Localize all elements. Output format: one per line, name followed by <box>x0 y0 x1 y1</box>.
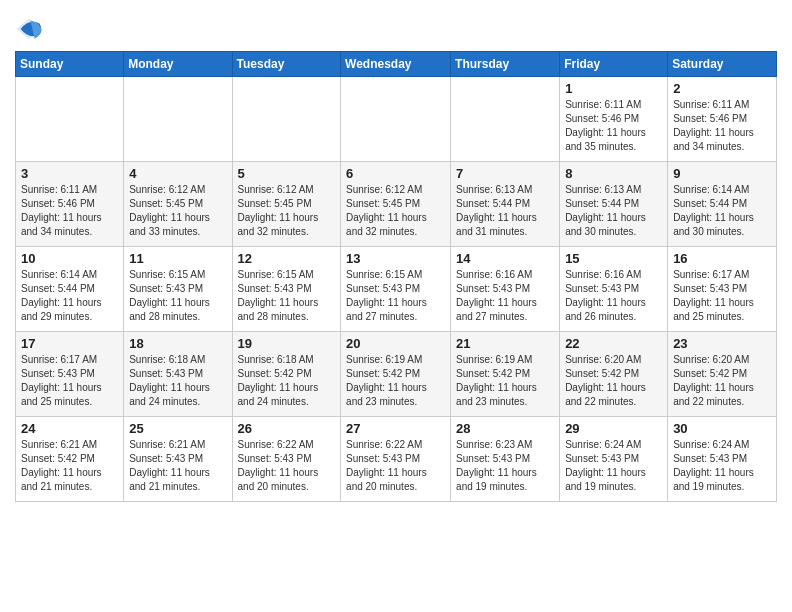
day-number: 23 <box>673 336 771 351</box>
calendar-cell: 13Sunrise: 6:15 AMSunset: 5:43 PMDayligh… <box>341 247 451 332</box>
day-info: Sunrise: 6:16 AMSunset: 5:43 PMDaylight:… <box>456 268 554 324</box>
day-number: 15 <box>565 251 662 266</box>
calendar-cell: 27Sunrise: 6:22 AMSunset: 5:43 PMDayligh… <box>341 417 451 502</box>
calendar-cell <box>16 77 124 162</box>
day-number: 5 <box>238 166 336 181</box>
calendar-cell: 10Sunrise: 6:14 AMSunset: 5:44 PMDayligh… <box>16 247 124 332</box>
day-info: Sunrise: 6:24 AMSunset: 5:43 PMDaylight:… <box>673 438 771 494</box>
calendar-week-row: 3Sunrise: 6:11 AMSunset: 5:46 PMDaylight… <box>16 162 777 247</box>
day-number: 25 <box>129 421 226 436</box>
day-info: Sunrise: 6:15 AMSunset: 5:43 PMDaylight:… <box>238 268 336 324</box>
day-of-week-header: Tuesday <box>232 52 341 77</box>
logo <box>15 15 47 43</box>
calendar-cell: 19Sunrise: 6:18 AMSunset: 5:42 PMDayligh… <box>232 332 341 417</box>
calendar-cell: 14Sunrise: 6:16 AMSunset: 5:43 PMDayligh… <box>451 247 560 332</box>
calendar-cell: 20Sunrise: 6:19 AMSunset: 5:42 PMDayligh… <box>341 332 451 417</box>
day-number: 26 <box>238 421 336 436</box>
calendar-cell: 5Sunrise: 6:12 AMSunset: 5:45 PMDaylight… <box>232 162 341 247</box>
calendar-cell: 18Sunrise: 6:18 AMSunset: 5:43 PMDayligh… <box>124 332 232 417</box>
calendar-cell: 4Sunrise: 6:12 AMSunset: 5:45 PMDaylight… <box>124 162 232 247</box>
day-of-week-header: Wednesday <box>341 52 451 77</box>
day-info: Sunrise: 6:18 AMSunset: 5:42 PMDaylight:… <box>238 353 336 409</box>
calendar-cell: 2Sunrise: 6:11 AMSunset: 5:46 PMDaylight… <box>668 77 777 162</box>
day-info: Sunrise: 6:20 AMSunset: 5:42 PMDaylight:… <box>565 353 662 409</box>
day-info: Sunrise: 6:22 AMSunset: 5:43 PMDaylight:… <box>238 438 336 494</box>
day-info: Sunrise: 6:20 AMSunset: 5:42 PMDaylight:… <box>673 353 771 409</box>
day-number: 27 <box>346 421 445 436</box>
day-info: Sunrise: 6:13 AMSunset: 5:44 PMDaylight:… <box>565 183 662 239</box>
day-info: Sunrise: 6:17 AMSunset: 5:43 PMDaylight:… <box>673 268 771 324</box>
day-info: Sunrise: 6:24 AMSunset: 5:43 PMDaylight:… <box>565 438 662 494</box>
day-number: 29 <box>565 421 662 436</box>
calendar-cell: 21Sunrise: 6:19 AMSunset: 5:42 PMDayligh… <box>451 332 560 417</box>
header-row: SundayMondayTuesdayWednesdayThursdayFrid… <box>16 52 777 77</box>
day-number: 14 <box>456 251 554 266</box>
day-of-week-header: Friday <box>560 52 668 77</box>
day-of-week-header: Sunday <box>16 52 124 77</box>
calendar-table: SundayMondayTuesdayWednesdayThursdayFrid… <box>15 51 777 502</box>
day-info: Sunrise: 6:14 AMSunset: 5:44 PMDaylight:… <box>673 183 771 239</box>
calendar-cell: 24Sunrise: 6:21 AMSunset: 5:42 PMDayligh… <box>16 417 124 502</box>
calendar-week-row: 24Sunrise: 6:21 AMSunset: 5:42 PMDayligh… <box>16 417 777 502</box>
day-info: Sunrise: 6:21 AMSunset: 5:43 PMDaylight:… <box>129 438 226 494</box>
day-number: 3 <box>21 166 118 181</box>
calendar-cell <box>341 77 451 162</box>
calendar-cell <box>232 77 341 162</box>
calendar-cell: 8Sunrise: 6:13 AMSunset: 5:44 PMDaylight… <box>560 162 668 247</box>
calendar-cell <box>124 77 232 162</box>
day-info: Sunrise: 6:17 AMSunset: 5:43 PMDaylight:… <box>21 353 118 409</box>
calendar-cell: 30Sunrise: 6:24 AMSunset: 5:43 PMDayligh… <box>668 417 777 502</box>
calendar-cell: 23Sunrise: 6:20 AMSunset: 5:42 PMDayligh… <box>668 332 777 417</box>
calendar-week-row: 1Sunrise: 6:11 AMSunset: 5:46 PMDaylight… <box>16 77 777 162</box>
day-info: Sunrise: 6:16 AMSunset: 5:43 PMDaylight:… <box>565 268 662 324</box>
day-number: 17 <box>21 336 118 351</box>
day-info: Sunrise: 6:19 AMSunset: 5:42 PMDaylight:… <box>346 353 445 409</box>
day-info: Sunrise: 6:14 AMSunset: 5:44 PMDaylight:… <box>21 268 118 324</box>
day-info: Sunrise: 6:13 AMSunset: 5:44 PMDaylight:… <box>456 183 554 239</box>
calendar-cell: 9Sunrise: 6:14 AMSunset: 5:44 PMDaylight… <box>668 162 777 247</box>
day-number: 21 <box>456 336 554 351</box>
day-info: Sunrise: 6:15 AMSunset: 5:43 PMDaylight:… <box>129 268 226 324</box>
calendar-week-row: 17Sunrise: 6:17 AMSunset: 5:43 PMDayligh… <box>16 332 777 417</box>
calendar-cell: 16Sunrise: 6:17 AMSunset: 5:43 PMDayligh… <box>668 247 777 332</box>
calendar-cell: 29Sunrise: 6:24 AMSunset: 5:43 PMDayligh… <box>560 417 668 502</box>
calendar-cell: 15Sunrise: 6:16 AMSunset: 5:43 PMDayligh… <box>560 247 668 332</box>
calendar-cell: 1Sunrise: 6:11 AMSunset: 5:46 PMDaylight… <box>560 77 668 162</box>
calendar-cell: 22Sunrise: 6:20 AMSunset: 5:42 PMDayligh… <box>560 332 668 417</box>
day-number: 30 <box>673 421 771 436</box>
day-number: 11 <box>129 251 226 266</box>
calendar-body: 1Sunrise: 6:11 AMSunset: 5:46 PMDaylight… <box>16 77 777 502</box>
day-number: 16 <box>673 251 771 266</box>
day-info: Sunrise: 6:23 AMSunset: 5:43 PMDaylight:… <box>456 438 554 494</box>
day-info: Sunrise: 6:11 AMSunset: 5:46 PMDaylight:… <box>21 183 118 239</box>
day-of-week-header: Saturday <box>668 52 777 77</box>
page-container: SundayMondayTuesdayWednesdayThursdayFrid… <box>0 0 792 512</box>
calendar-cell: 17Sunrise: 6:17 AMSunset: 5:43 PMDayligh… <box>16 332 124 417</box>
day-number: 12 <box>238 251 336 266</box>
day-info: Sunrise: 6:12 AMSunset: 5:45 PMDaylight:… <box>129 183 226 239</box>
day-info: Sunrise: 6:18 AMSunset: 5:43 PMDaylight:… <box>129 353 226 409</box>
day-of-week-header: Monday <box>124 52 232 77</box>
day-number: 28 <box>456 421 554 436</box>
header <box>15 10 777 43</box>
day-number: 2 <box>673 81 771 96</box>
day-info: Sunrise: 6:12 AMSunset: 5:45 PMDaylight:… <box>238 183 336 239</box>
day-number: 6 <box>346 166 445 181</box>
calendar-cell: 25Sunrise: 6:21 AMSunset: 5:43 PMDayligh… <box>124 417 232 502</box>
day-number: 19 <box>238 336 336 351</box>
calendar-cell: 11Sunrise: 6:15 AMSunset: 5:43 PMDayligh… <box>124 247 232 332</box>
day-info: Sunrise: 6:12 AMSunset: 5:45 PMDaylight:… <box>346 183 445 239</box>
calendar-cell: 28Sunrise: 6:23 AMSunset: 5:43 PMDayligh… <box>451 417 560 502</box>
calendar-cell: 26Sunrise: 6:22 AMSunset: 5:43 PMDayligh… <box>232 417 341 502</box>
day-info: Sunrise: 6:11 AMSunset: 5:46 PMDaylight:… <box>673 98 771 154</box>
calendar-header: SundayMondayTuesdayWednesdayThursdayFrid… <box>16 52 777 77</box>
calendar-cell: 3Sunrise: 6:11 AMSunset: 5:46 PMDaylight… <box>16 162 124 247</box>
day-number: 1 <box>565 81 662 96</box>
calendar-cell <box>451 77 560 162</box>
logo-icon <box>15 15 43 43</box>
day-number: 9 <box>673 166 771 181</box>
day-info: Sunrise: 6:22 AMSunset: 5:43 PMDaylight:… <box>346 438 445 494</box>
day-info: Sunrise: 6:11 AMSunset: 5:46 PMDaylight:… <box>565 98 662 154</box>
day-number: 10 <box>21 251 118 266</box>
day-of-week-header: Thursday <box>451 52 560 77</box>
